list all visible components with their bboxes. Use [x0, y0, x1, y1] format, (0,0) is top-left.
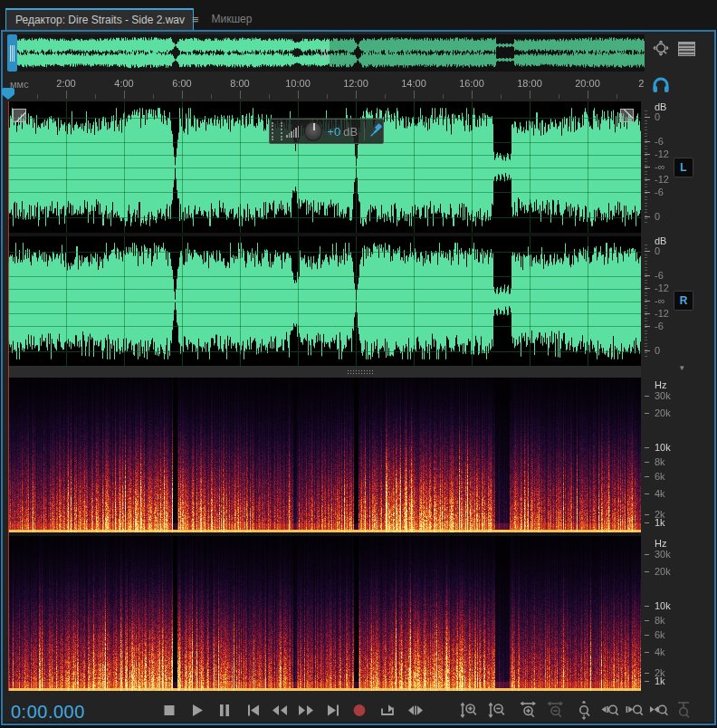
scale-label: -6: [655, 270, 664, 281]
skip-to-start-button[interactable]: [242, 699, 265, 721]
headphones-icon: [651, 77, 671, 94]
time-display[interactable]: 0:00.000: [11, 702, 85, 723]
hud-drag-handle[interactable]: [272, 122, 282, 140]
scale-label: 8k: [655, 456, 665, 467]
ruler-minor-tick: [385, 94, 386, 99]
section-divider[interactable]: [8, 366, 641, 378]
ruler-tick-label: 8:00: [230, 78, 249, 89]
scale-label: 0: [655, 111, 660, 122]
zoom-in-horizontal-button[interactable]: [517, 699, 539, 721]
left-channel-badge[interactable]: L: [674, 158, 693, 177]
collapse-arrow-icon[interactable]: ▾: [680, 363, 684, 372]
ruler-major-tick: [472, 91, 473, 99]
time-ruler[interactable]: ммс 2:004:006:008:0010:0012:0014:0016:00…: [7, 76, 645, 100]
volume-hud[interactable]: +0 dB: [269, 119, 384, 144]
hud-gain-value[interactable]: +0: [327, 125, 340, 139]
fast-forward-button[interactable]: [294, 699, 318, 721]
scale-label: 6k: [655, 629, 665, 640]
ruler-tick-label: 16:00: [459, 78, 484, 89]
scale-label: 0: [655, 211, 660, 222]
ruler-major-tick: [124, 91, 125, 99]
tab-editor[interactable]: Редактор: Dire Straits - Side 2.wav ≡: [5, 8, 194, 30]
scale-label: 20k: [655, 566, 671, 577]
scale-label: -6: [655, 321, 664, 331]
rewind-button[interactable]: [268, 699, 292, 721]
overview-range-start-handle[interactable]: [7, 34, 17, 72]
scale-label: 8k: [655, 615, 665, 626]
scale-label: -6: [655, 187, 664, 197]
scale-label: Hz: [655, 538, 666, 549]
ruler-major-tick: [356, 91, 357, 99]
ruler-minor-tick: [153, 94, 154, 99]
section-divider-grip[interactable]: [347, 369, 374, 375]
skip-selection-button[interactable]: [404, 699, 427, 721]
overview-range-end-handle[interactable]: [319, 44, 330, 62]
panel-menu-button[interactable]: [677, 42, 695, 56]
scale-label: 30k: [655, 549, 671, 560]
ruler-tick-label: 4:00: [114, 78, 133, 89]
tab-bar: Редактор: Dire Straits - Side 2.wav ≡ Ми…: [0, 0, 717, 30]
ruler-tick-label: 22:: [638, 78, 645, 89]
hud-gain-knob[interactable]: [304, 121, 322, 141]
play-button[interactable]: [186, 699, 209, 721]
ruler-tick-label: 18:00: [517, 78, 542, 89]
monitor-button[interactable]: [651, 77, 671, 98]
zoom-full-reset-button[interactable]: [573, 699, 595, 721]
stop-button[interactable]: [158, 699, 181, 721]
zoom-selection-in-point-button[interactable]: [599, 699, 621, 721]
skip-to-end-button[interactable]: [321, 699, 345, 721]
panel-border-bottom: [1, 723, 716, 725]
scale-label: -∞: [655, 161, 665, 172]
ruler-major-tick: [182, 91, 183, 99]
right-channel-badge[interactable]: R: [674, 291, 693, 311]
loop-playback-button[interactable]: [376, 699, 399, 721]
ruler-minor-tick: [327, 94, 328, 99]
zoom-to-selection-button[interactable]: [648, 699, 670, 721]
scale-label: 30k: [655, 390, 671, 401]
scale-label: -6: [655, 136, 664, 147]
zoom-out-vertical-button[interactable]: [486, 699, 508, 721]
ruler-tick-label: 6:00: [172, 78, 191, 89]
ruler-tick-label: 10:00: [285, 78, 311, 89]
scale-label: 0: [655, 245, 660, 256]
hud-pin-button[interactable]: [369, 123, 383, 140]
ruler-tick-label: 14:00: [401, 78, 426, 89]
scale-label: 0: [655, 345, 660, 356]
ruler-tick-label: 2:00: [56, 78, 75, 89]
fade-in-handle[interactable]: [13, 109, 26, 122]
spectrogram-right-channel[interactable]: [8, 536, 641, 691]
ruler-minor-tick: [269, 94, 270, 99]
scale-label: -∞: [655, 295, 665, 306]
ruler-minor-tick: [95, 94, 96, 99]
ruler-minor-tick: [559, 94, 559, 99]
record-button[interactable]: [348, 699, 371, 721]
hud-level-meter-icon: [286, 125, 301, 138]
scale-label: 20k: [655, 407, 671, 418]
panel-list-icon: [678, 42, 695, 56]
tab-editor-label: Редактор: Dire Straits - Side 2.wav: [15, 14, 185, 26]
overview-zoom-navigate-button[interactable]: [648, 37, 674, 62]
scale-label: 6k: [655, 471, 665, 482]
scale-label: 1k: [655, 675, 665, 686]
ruler-tick-label: 20:00: [575, 78, 600, 89]
panel-border-right: [714, 30, 716, 725]
ruler-major-tick: [414, 91, 415, 99]
fade-out-handle[interactable]: [620, 109, 634, 122]
scale-tick-strip: [645, 101, 653, 691]
spectrogram-left-channel[interactable]: [8, 378, 641, 532]
zoom-out-horizontal-button[interactable]: [544, 699, 566, 721]
scale-label: -12: [655, 308, 669, 319]
scale-label: -12: [655, 283, 669, 293]
ruler-major-tick: [530, 91, 531, 99]
tab-mixer[interactable]: Микшер: [196, 8, 268, 30]
scale-label: -12: [655, 174, 669, 185]
zoom-vertical-reset-button[interactable]: [673, 699, 694, 721]
scale-label: 4k: [655, 488, 665, 499]
scale-label: 10k: [655, 442, 671, 453]
playhead-line: [8, 101, 9, 691]
zoom-in-vertical-button[interactable]: [458, 699, 480, 721]
pause-button[interactable]: [213, 699, 236, 721]
zoom-selection-out-point-button[interactable]: [624, 699, 645, 721]
waveform-right-channel[interactable]: [8, 236, 641, 366]
ruler-major-tick: [240, 91, 241, 99]
